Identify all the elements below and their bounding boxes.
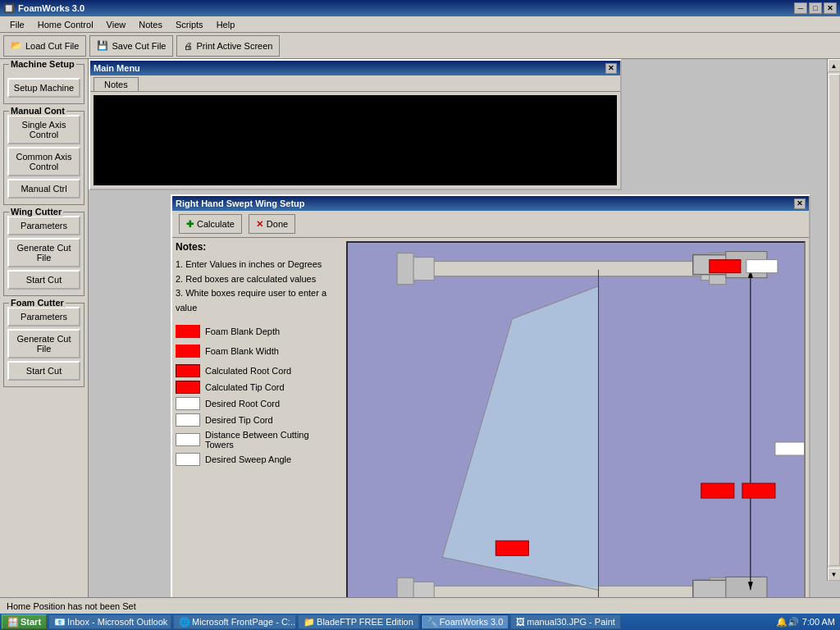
field-box-calculated-tip-cord[interactable] <box>176 381 200 394</box>
field-desired-root-cord: Desired Root Cord <box>176 397 340 410</box>
main-menu-tabs: Notes <box>90 75 620 92</box>
scroll-thumb[interactable] <box>829 74 840 566</box>
svg-rect-28 <box>495 541 528 555</box>
close-button[interactable]: ✕ <box>824 2 837 14</box>
main-menu-close-button[interactable]: ✕ <box>605 63 617 74</box>
main-menu-window: Main Menu ✕ Notes <box>89 59 622 190</box>
wing-cutter-start-cut-button[interactable]: Start Cut <box>7 270 80 290</box>
dialog-title: Right Hand Swept Wing Setup <box>176 199 305 208</box>
svg-rect-1 <box>430 262 710 276</box>
field-label-calculated-root-cord: Calculated Root Cord <box>205 366 291 376</box>
load-icon: 📂 <box>11 40 22 51</box>
dialog-toolbar: ✚ Calculate ✕ Done <box>172 211 809 238</box>
field-label-desired-tip-cord: Desired Tip Cord <box>205 415 273 425</box>
title-bar: 🔲 FoamWorks 3.0 ─ □ ✕ <box>0 0 840 16</box>
title-bar-left: 🔲 FoamWorks 3.0 <box>3 3 84 14</box>
calculate-icon: ✚ <box>186 219 194 230</box>
main-window-area: Main Menu ✕ Notes Right Hand Swept Wing … <box>89 59 840 597</box>
machine-setup-group: Machine Setup Setup Machine <box>3 64 84 104</box>
app-icon: 🔲 <box>3 3 15 14</box>
svg-rect-23 <box>710 260 741 273</box>
common-axis-control-button[interactable]: Common Axis Control <box>7 147 80 176</box>
taskbar-time: 7:00 AM <box>802 617 835 627</box>
field-label-calculated-tip-cord: Calculated Tip Cord <box>205 382 285 392</box>
taskbar-item-outlook[interactable]: 📧 Inbox - Microsoft Outlook <box>48 614 171 629</box>
calculate-button[interactable]: ✚ Calculate <box>179 214 242 234</box>
save-cut-file-button[interactable]: 💾 Save Cut File <box>89 35 173 57</box>
done-icon: ✕ <box>256 219 263 230</box>
taskbar: 🪟 Start 📧 Inbox - Microsoft Outlook 🌐 Mi… <box>0 614 840 630</box>
minimize-button[interactable]: ─ <box>794 2 807 14</box>
menu-bar: File Home Control View Notes Scripts Hel… <box>0 16 840 33</box>
taskbar-item-paint[interactable]: 🖼 manual30.JPG - Paint <box>510 614 621 629</box>
svg-rect-27 <box>775 442 804 455</box>
field-box-desired-tip-cord[interactable] <box>176 413 200 427</box>
scroll-up-button[interactable]: ▲ <box>828 59 841 72</box>
taskbar-item-bladeftp[interactable]: 📁 BladeFTP FREE Edition <box>298 614 419 629</box>
foam-cutter-start-cut-button[interactable]: Start Cut <box>7 361 80 381</box>
status-message: Home Position has not been Set <box>7 601 136 611</box>
legend-item-foam-blank-width: Foam Blank Width <box>176 345 340 358</box>
dialog-close-button[interactable]: ✕ <box>794 199 806 209</box>
wing-cutter-label: Wing Cutter <box>9 207 63 217</box>
print-active-screen-button[interactable]: 🖨 Print Active Screen <box>176 35 280 57</box>
legend-label-2: Foam Blank Width <box>205 346 279 356</box>
menu-notes[interactable]: Notes <box>132 18 169 31</box>
field-desired-sweep-angle: Desired Sweep Angle <box>176 453 340 466</box>
svg-rect-3 <box>397 253 413 285</box>
wing-cutter-parameters-button[interactable]: Parameters <box>7 216 80 235</box>
menu-home-control[interactable]: Home Control <box>31 18 100 31</box>
wing-cutter-generate-cut-file-button[interactable]: Generate Cut File <box>7 238 80 267</box>
note-1: 1. Enter Values in inches or Degrees <box>176 258 340 272</box>
menu-view[interactable]: View <box>100 18 133 31</box>
main-menu-content <box>94 95 617 185</box>
legend-item-foam-blank-depth: Foam Blank Depth <box>176 325 340 338</box>
single-axis-control-button[interactable]: Single Axis Control <box>7 115 80 144</box>
notes-tab[interactable]: Notes <box>94 77 139 91</box>
taskbar-icons: 🔔🔊 <box>776 617 799 628</box>
svg-rect-26 <box>742 483 775 498</box>
field-box-desired-sweep-angle[interactable] <box>176 453 200 466</box>
field-distance-between-towers: Distance Between Cutting Towers <box>176 430 340 450</box>
note-3: 3. White boxes require user to enter a v… <box>176 286 340 315</box>
field-label-distance-between-towers: Distance Between Cutting Towers <box>205 430 340 450</box>
done-button[interactable]: ✕ Done <box>249 214 295 234</box>
menu-file[interactable]: File <box>3 18 31 31</box>
main-menu-title: Main Menu <box>94 63 140 73</box>
legend-red-box-1 <box>176 325 200 338</box>
field-box-distance-between-towers[interactable] <box>176 433 200 446</box>
manual-ctrl-button[interactable]: Manual Ctrl <box>7 179 80 199</box>
field-label-desired-root-cord: Desired Root Cord <box>205 399 280 409</box>
taskbar-right: 🔔🔊 7:00 AM <box>773 617 838 628</box>
setup-machine-button[interactable]: Setup Machine <box>7 78 80 98</box>
menu-scripts[interactable]: Scripts <box>169 18 210 31</box>
taskbar-item-foamworks[interactable]: 🔧 FoamWorks 3.0 <box>421 614 509 629</box>
legend: Foam Blank Depth Foam Blank Width <box>176 325 340 358</box>
menu-help[interactable]: Help <box>210 18 242 31</box>
frontpage-icon: 🌐 <box>179 617 190 628</box>
start-button[interactable]: 🪟 Start <box>2 614 47 629</box>
taskbar-item-frontpage[interactable]: 🌐 Microsoft FrontPage - C:... <box>173 614 296 629</box>
legend-label-1: Foam Blank Depth <box>205 326 280 336</box>
field-label-desired-sweep-angle: Desired Sweep Angle <box>205 454 291 464</box>
foam-cutter-generate-cut-file-button[interactable]: Generate Cut File <box>7 329 80 358</box>
load-cut-file-button[interactable]: 📂 Load Cut File <box>3 35 86 57</box>
field-calculated-root-cord: Calculated Root Cord <box>176 364 340 377</box>
paint-icon: 🖼 <box>516 617 525 627</box>
maximize-button[interactable]: □ <box>809 2 822 14</box>
note-2: 2. Red boxes are calculated values <box>176 272 340 287</box>
foam-cutter-parameters-button[interactable]: Parameters <box>7 307 80 326</box>
field-box-calculated-root-cord[interactable] <box>176 364 200 377</box>
field-desired-tip-cord: Desired Tip Cord <box>176 413 340 427</box>
title-bar-controls: ─ □ ✕ <box>794 2 837 14</box>
fields: Calculated Root Cord Calculated Tip Cord… <box>176 364 340 466</box>
field-box-desired-root-cord[interactable] <box>176 397 200 410</box>
foamworks-icon: 🔧 <box>427 617 438 628</box>
scroll-down-button[interactable]: ▼ <box>828 568 841 581</box>
outlook-icon: 📧 <box>54 617 66 628</box>
svg-rect-8 <box>430 586 710 597</box>
foam-cutter-group: Foam Cutter Parameters Generate Cut File… <box>3 303 84 387</box>
print-icon: 🖨 <box>184 41 193 51</box>
swept-wing-dialog: Right Hand Swept Wing Setup ✕ ✚ Calculat… <box>171 194 810 597</box>
legend-red-box-2 <box>176 345 200 358</box>
